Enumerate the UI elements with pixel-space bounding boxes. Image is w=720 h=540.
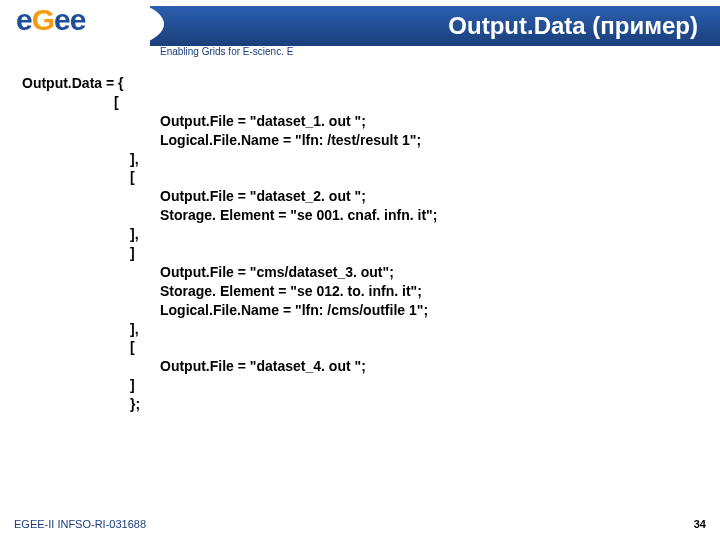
title-bar: Output.Data (пример) (150, 6, 720, 46)
logo: eGee (8, 3, 85, 37)
logo-text: eGee (8, 3, 85, 37)
code-line: [ (22, 168, 698, 187)
footer-left: EGEE-II INFSO-RI-031688 (14, 518, 146, 530)
code-line: [ (22, 93, 698, 112)
slide-header: eGee Output.Data (пример) Enabling Grids… (0, 0, 720, 60)
logo-letter-e3: e (70, 3, 86, 36)
code-line: ], (22, 150, 698, 169)
code-line: ] (22, 244, 698, 263)
code-line: ], (22, 225, 698, 244)
code-line: Output.File = "dataset_4. out "; (22, 357, 698, 376)
code-line: Storage. Element = "se 001. cnaf. infn. … (22, 206, 698, 225)
code-line: }; (22, 395, 698, 414)
code-line: Output.File = "dataset_1. out "; (22, 112, 698, 131)
logo-letter-e1: e (16, 3, 32, 36)
code-line: [ (22, 338, 698, 357)
logo-letter-e2: e (54, 3, 70, 36)
page-number: 34 (694, 518, 706, 530)
logo-letter-g: G (32, 3, 54, 36)
code-line: Logical.File.Name = "lfn: /cms/outfile 1… (22, 301, 698, 320)
code-line: Output.File = "dataset_2. out "; (22, 187, 698, 206)
code-line: Storage. Element = "se 012. to. infn. it… (22, 282, 698, 301)
tagline: Enabling Grids for E-scienc. E (160, 46, 293, 57)
code-line: Output.File = "cms/dataset_3. out"; (22, 263, 698, 282)
code-block: Output.Data = { [ Output.File = "dataset… (22, 74, 698, 504)
code-line: Output.Data = { (22, 74, 698, 93)
code-line: Logical.File.Name = "lfn: /test/result 1… (22, 131, 698, 150)
slide-title: Output.Data (пример) (448, 12, 698, 40)
code-line: ], (22, 320, 698, 339)
code-line: ] (22, 376, 698, 395)
